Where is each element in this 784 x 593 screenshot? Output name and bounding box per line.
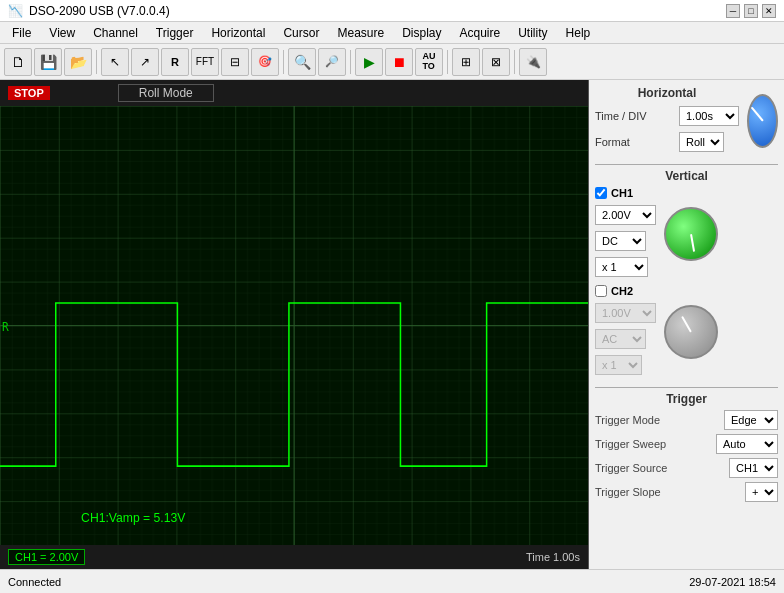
ch1-container: CH1 2.00V 1.00V 500mV DC AC (595, 187, 778, 281)
tb-new-button[interactable]: 🗋 (4, 48, 32, 76)
trigger-section: Trigger Trigger Mode Edge Pulse Video Tr… (595, 392, 778, 502)
ch2-container: CH2 1.00V 500mV AC DC GND (595, 285, 778, 379)
ch2-knob[interactable] (664, 305, 718, 359)
scope-canvas[interactable]: R CH1:Vamp = 5.13V (0, 106, 588, 545)
menu-utility[interactable]: Utility (510, 24, 555, 42)
ch1-coupling-row: DC AC GND (595, 231, 656, 251)
ch2-checkbox[interactable] (595, 285, 607, 297)
svg-text:CH1:Vamp = 5.13V: CH1:Vamp = 5.13V (81, 510, 186, 526)
waveform-display: R CH1:Vamp = 5.13V (0, 106, 588, 545)
stop-badge: STOP (8, 86, 50, 100)
maximize-button[interactable]: □ (744, 4, 758, 18)
ch1-probe-select[interactable]: x 1 x 10 x 100 (595, 257, 648, 277)
menu-horizontal[interactable]: Horizontal (203, 24, 273, 42)
divider-1 (595, 164, 778, 165)
tb-ref-button[interactable]: R (161, 48, 189, 76)
trigger-mode-row: Trigger Mode Edge Pulse Video (595, 410, 778, 430)
format-row: Format Roll YT XY (595, 132, 739, 152)
trigger-sweep-select[interactable]: Auto Normal Single (716, 434, 778, 454)
tb-invert-button[interactable]: ⊟ (221, 48, 249, 76)
trigger-slope-select[interactable]: + - (745, 482, 778, 502)
ch2-label: CH2 (611, 285, 633, 297)
trigger-source-label: Trigger Source (595, 462, 667, 474)
tb-export-button[interactable]: ⊠ (482, 48, 510, 76)
menu-trigger[interactable]: Trigger (148, 24, 202, 42)
ch1-status: CH1 = 2.00V (8, 549, 85, 565)
menu-help[interactable]: Help (558, 24, 599, 42)
tb-stop-button[interactable]: ⏹ (385, 48, 413, 76)
horizontal-section: Horizontal Time / DIV 1.00s 500ms 200ms … (595, 86, 778, 156)
ch1-knob[interactable] (664, 207, 718, 261)
menu-display[interactable]: Display (394, 24, 449, 42)
menu-channel[interactable]: Channel (85, 24, 146, 42)
window-controls[interactable]: ─ □ ✕ (726, 4, 776, 18)
app-icon: 📉 (8, 4, 23, 18)
horizontal-controls: Horizontal Time / DIV 1.00s 500ms 200ms … (595, 86, 739, 156)
tb-separator-3 (350, 50, 351, 74)
format-label: Format (595, 136, 675, 148)
menu-file[interactable]: File (4, 24, 39, 42)
ch2-probe-row: x 1 x 10 (595, 355, 656, 375)
ch1-voltage-select[interactable]: 2.00V 1.00V 500mV (595, 205, 656, 225)
menu-acquire[interactable]: Acquire (452, 24, 509, 42)
title-area: 📉 DSO-2090 USB (V7.0.0.4) (8, 4, 170, 18)
tb-auto-button[interactable]: AUTO (415, 48, 443, 76)
ch2-coupling-select[interactable]: AC DC GND (595, 329, 646, 349)
time-div-row: Time / DIV 1.00s 500ms 200ms (595, 106, 739, 126)
scope-topbar: STOP Roll Mode (0, 80, 588, 106)
trigger-mode-select[interactable]: Edge Pulse Video (724, 410, 778, 430)
tb-zoom-in-button[interactable]: 🔍 (288, 48, 316, 76)
vertical-title: Vertical (595, 169, 778, 183)
tb-target-button[interactable]: 🎯 (251, 48, 279, 76)
horizontal-knob-container: Horizontal Time / DIV 1.00s 500ms 200ms … (595, 86, 778, 156)
ch1-label-row: CH1 (595, 187, 656, 199)
tb-usb-button[interactable]: 🔌 (519, 48, 547, 76)
ch2-probe-select[interactable]: x 1 x 10 (595, 355, 642, 375)
menu-view[interactable]: View (41, 24, 83, 42)
format-select[interactable]: Roll YT XY (679, 132, 724, 152)
ch1-label: CH1 (611, 187, 633, 199)
ch2-label-row: CH2 (595, 285, 656, 297)
tb-run-button[interactable]: ▶ (355, 48, 383, 76)
divider-2 (595, 387, 778, 388)
ch2-voltage-select[interactable]: 1.00V 500mV (595, 303, 656, 323)
statusbar: Connected 29-07-2021 18:54 (0, 569, 784, 593)
trigger-sweep-row: Trigger Sweep Auto Normal Single (595, 434, 778, 454)
time-div-select[interactable]: 1.00s 500ms 200ms (679, 106, 739, 126)
tb-cursor1-button[interactable]: ↖ (101, 48, 129, 76)
main-content: STOP Roll Mode (0, 80, 784, 569)
trigger-slope-row: Trigger Slope + - (595, 482, 778, 502)
ch1-checkbox-label[interactable]: CH1 (595, 187, 633, 199)
menu-measure[interactable]: Measure (329, 24, 392, 42)
horizontal-knob[interactable] (747, 94, 778, 148)
tb-zoom-out-button[interactable]: 🔎 (318, 48, 346, 76)
minimize-button[interactable]: ─ (726, 4, 740, 18)
time-status: Time 1.00s (526, 551, 580, 563)
tb-grid-button[interactable]: ⊞ (452, 48, 480, 76)
titlebar: 📉 DSO-2090 USB (V7.0.0.4) ─ □ ✕ (0, 0, 784, 22)
close-button[interactable]: ✕ (762, 4, 776, 18)
datetime-display: 29-07-2021 18:54 (689, 576, 776, 588)
ch2-coupling-row: AC DC GND (595, 329, 656, 349)
ch1-checkbox[interactable] (595, 187, 607, 199)
app-title: DSO-2090 USB (V7.0.0.4) (29, 4, 170, 18)
tb-open-button[interactable]: 📂 (64, 48, 92, 76)
time-div-label: Time / DIV (595, 110, 675, 122)
tb-separator-4 (447, 50, 448, 74)
tb-cursor2-button[interactable]: ↗ (131, 48, 159, 76)
connection-status: Connected (8, 576, 61, 588)
toolbar: 🗋 💾 📂 ↖ ↗ R FFT ⊟ 🎯 🔍 🔎 ▶ ⏹ AUTO ⊞ ⊠ 🔌 (0, 44, 784, 80)
right-panel: Horizontal Time / DIV 1.00s 500ms 200ms … (589, 80, 784, 569)
ch1-probe-row: x 1 x 10 x 100 (595, 257, 656, 277)
ch2-controls: CH2 1.00V 500mV AC DC GND (595, 285, 656, 379)
horizontal-title: Horizontal (595, 86, 739, 100)
ch2-checkbox-label[interactable]: CH2 (595, 285, 633, 297)
trigger-source-row: Trigger Source CH1 CH2 EXT (595, 458, 778, 478)
ch1-controls: CH1 2.00V 1.00V 500mV DC AC (595, 187, 656, 281)
ch1-coupling-select[interactable]: DC AC GND (595, 231, 646, 251)
tb-save-button[interactable]: 💾 (34, 48, 62, 76)
trigger-source-select[interactable]: CH1 CH2 EXT (729, 458, 778, 478)
tb-fft-button[interactable]: FFT (191, 48, 219, 76)
trigger-slope-label: Trigger Slope (595, 486, 661, 498)
menu-cursor[interactable]: Cursor (275, 24, 327, 42)
